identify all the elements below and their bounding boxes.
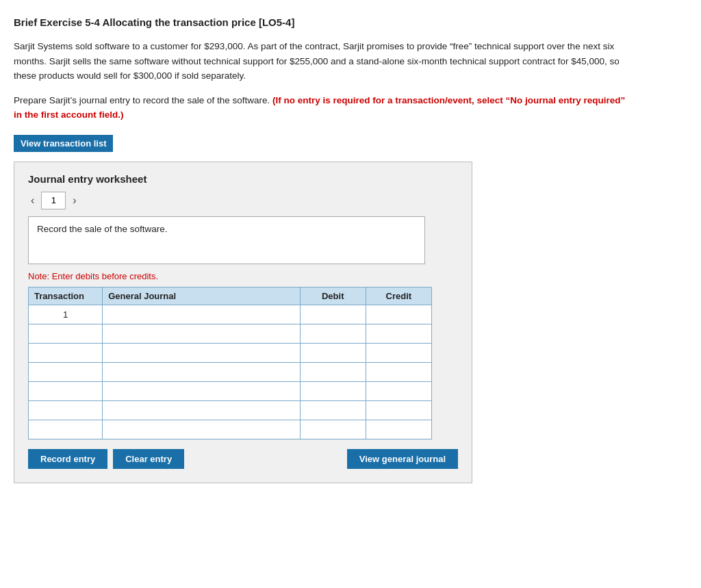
table-row bbox=[29, 362, 432, 381]
instruction-paragraph: Prepare Sarjit’s journal entry to record… bbox=[14, 93, 630, 123]
cell-general-journal[interactable] bbox=[103, 324, 301, 343]
cell-credit[interactable] bbox=[366, 305, 431, 324]
cell-credit[interactable] bbox=[366, 381, 431, 400]
cell-credit[interactable] bbox=[366, 400, 431, 420]
cell-credit[interactable] bbox=[366, 324, 431, 343]
page-title: Brief Exercise 5-4 Allocating the transa… bbox=[14, 16, 687, 28]
col-header-credit: Credit bbox=[366, 287, 431, 305]
nav-prev-button[interactable]: ‹ bbox=[28, 194, 37, 207]
view-general-journal-button[interactable]: View general journal bbox=[347, 449, 458, 469]
col-header-debit: Debit bbox=[300, 287, 366, 305]
cell-debit[interactable] bbox=[300, 381, 366, 400]
cell-debit[interactable] bbox=[300, 343, 366, 362]
cell-debit[interactable] bbox=[300, 324, 366, 343]
cell-debit[interactable] bbox=[300, 362, 366, 381]
cell-transaction-num bbox=[29, 343, 103, 362]
worksheet-nav-row: ‹ › bbox=[28, 192, 458, 209]
cell-transaction-num: 1 bbox=[29, 305, 103, 324]
record-entry-button[interactable]: Record entry bbox=[28, 449, 107, 469]
cell-general-journal[interactable] bbox=[103, 362, 301, 381]
worksheet-title: Journal entry worksheet bbox=[28, 173, 458, 185]
cell-credit[interactable] bbox=[366, 343, 431, 362]
transaction-description-box: Record the sale of the software. bbox=[28, 216, 425, 264]
cell-general-journal[interactable] bbox=[103, 305, 301, 324]
cell-transaction-num bbox=[29, 381, 103, 400]
cell-credit[interactable] bbox=[366, 362, 431, 381]
nav-page-input[interactable] bbox=[41, 192, 66, 209]
instruction-plain-text: Prepare Sarjit’s journal entry to record… bbox=[14, 95, 272, 105]
cell-debit[interactable] bbox=[300, 400, 366, 420]
cell-debit[interactable] bbox=[300, 420, 366, 439]
description-paragraph: Sarjit Systems sold software to a custom… bbox=[14, 39, 630, 84]
table-row bbox=[29, 324, 432, 343]
table-row bbox=[29, 420, 432, 439]
cell-general-journal[interactable] bbox=[103, 420, 301, 439]
table-row: 1 bbox=[29, 305, 432, 324]
cell-general-journal[interactable] bbox=[103, 343, 301, 362]
clear-entry-button[interactable]: Clear entry bbox=[113, 449, 184, 469]
col-header-general-journal: General Journal bbox=[103, 287, 301, 305]
cell-transaction-num bbox=[29, 420, 103, 439]
cell-transaction-num bbox=[29, 324, 103, 343]
cell-debit[interactable] bbox=[300, 305, 366, 324]
table-row bbox=[29, 400, 432, 420]
cell-general-journal[interactable] bbox=[103, 381, 301, 400]
note-text: Note: Enter debits before credits. bbox=[28, 271, 458, 281]
journal-table: Transaction General Journal Debit Credit… bbox=[28, 287, 432, 439]
col-header-transaction: Transaction bbox=[29, 287, 103, 305]
view-transaction-list-button[interactable]: View transaction list bbox=[14, 135, 113, 152]
button-row: Record entry Clear entry View general jo… bbox=[28, 449, 458, 469]
cell-transaction-num bbox=[29, 400, 103, 420]
table-row bbox=[29, 381, 432, 400]
cell-transaction-num bbox=[29, 362, 103, 381]
table-row bbox=[29, 343, 432, 362]
cell-credit[interactable] bbox=[366, 420, 431, 439]
nav-next-button[interactable]: › bbox=[70, 194, 79, 207]
cell-general-journal[interactable] bbox=[103, 400, 301, 420]
worksheet-container: Journal entry worksheet ‹ › Record the s… bbox=[14, 162, 472, 483]
